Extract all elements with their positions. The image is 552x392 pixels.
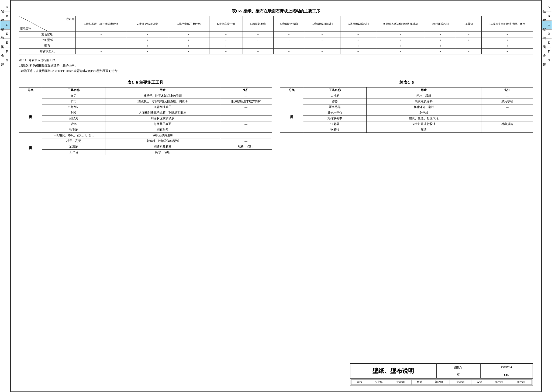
tool-note-r: 禁用铁桶	[481, 99, 533, 104]
table-row: 容器 装胶液及涂料 禁用铁桶	[280, 99, 533, 104]
tool-note: 规格：4英寸	[220, 144, 272, 150]
tool-use-r: 擦胶、压缝、赶压气泡	[366, 116, 481, 121]
notes-section: 注：1.+号表示应进行的工序。 2.基层材料的相接处应贴镶缝条，腻子找平。 3.…	[19, 58, 533, 74]
table-row: 砂纸 打磨基层表面 —	[19, 121, 272, 127]
col-category-r: 分类	[280, 88, 303, 93]
tool-name: 梯子、高凳	[42, 138, 105, 144]
footer-sign-row: 审核 倪良修 钧dc钧 校对 郭晓明 钧dc钧 设计 邱士武 邱才武	[350, 379, 533, 386]
header-diagonal: 工序名称 壁纸名称	[19, 16, 76, 32]
tool-note: —	[220, 116, 272, 121]
table-row: 壁布 +++ ++− −++ +−+	[19, 43, 533, 49]
table-row: 海绵或毛巾 擦胶、压缝、赶压气泡 —	[280, 116, 533, 121]
tool-use-r: 修补缝边、刷胶	[366, 104, 481, 110]
table-row: 刮板 大面积刮涂腻子或胶，刮除墙面旧皮 —	[19, 110, 272, 116]
footer-table: 壁纸、壁布说明 图集号 13J502-1 页 C05 审核 倪良修 钧dc	[350, 363, 533, 386]
tool-use: 嵌补刮批腻子	[105, 104, 220, 110]
tool-use: 清除灰土、铲除铁锈及旧漆膜、调腻子	[105, 99, 220, 104]
header-step6: 6.壁纸浸水湿润	[273, 16, 304, 32]
col-category: 分类	[19, 88, 42, 93]
right-tab-f[interactable]: F金属装饰板	[542, 47, 552, 56]
tool-use-r: 闷水、裁纸	[366, 93, 481, 99]
left-tab-a[interactable]: A轻质隔墙	[0, 3, 10, 12]
footer-atlas-label: 图集号	[436, 363, 480, 371]
right-tab-b[interactable]: B建筑涂料	[542, 12, 552, 21]
tool-note: —	[220, 93, 272, 99]
wallpaper-type-4: 带背胶壁纸	[19, 49, 76, 54]
header-step2: 2.接缝处贴嵌缝膏	[127, 16, 168, 32]
tool-note: —	[220, 127, 272, 133]
tool-use: 裁纸及修剪边缘	[105, 133, 220, 138]
table-row: 刮胶刀 刮涂胶泥或较稠胶 —	[19, 116, 272, 121]
tool-use: 大面积刮涂腻子或胶，刮除墙面旧皮	[105, 110, 220, 116]
footer-section: 壁纸、壁布说明 图集号 13J502-1 页 C05 审核 倪良修 钧dc	[350, 363, 533, 386]
left-tab-c[interactable]: C壁纸壁布装饰贴膜	[0, 21, 10, 30]
group-label-1: 基层处理工具	[19, 93, 42, 133]
header-step5: 5.墙面划准线	[243, 16, 273, 32]
wallpaper-type-2: PVC壁纸	[19, 37, 76, 43]
note-3: 3.裁边工序，在使用宽为920/1000/1100mm等需选对花的PVC壁纸压延…	[19, 68, 533, 74]
footer-sign1: 钧dc钧	[390, 380, 411, 385]
footer-design-person: 邱士武	[488, 380, 510, 385]
col-note: 备注	[220, 88, 272, 93]
tool-note: —	[220, 121, 272, 127]
table-row: 裱糊用工具 大排笔 闷水、裁纸 —	[280, 93, 533, 99]
tool-use: 刷涂料、胶液及裱贴壁纸	[105, 138, 220, 144]
header-step7: 7.壁纸涂刷胶粘剂	[304, 16, 340, 32]
col-tool-name-r: 工具名称	[303, 88, 367, 93]
right-tab-g[interactable]: G建筑装饰玻璃	[542, 56, 552, 65]
note-1: 注：1.+号表示应进行的工序。	[19, 58, 533, 63]
table-row: 复合壁纸 +++ ++− +++ +−+	[19, 32, 533, 37]
right-tab-e[interactable]: E陶瓷墙砖	[542, 38, 552, 47]
tool-name-r: 容器	[303, 99, 367, 104]
right-tab-d[interactable]: D装饰石材	[542, 30, 552, 38]
table-row: 软毛刷 刷石灰浆 —	[19, 127, 272, 133]
table-row: 软胶辊 压缝 —	[280, 127, 533, 133]
group-label-r1: 裱糊用工具	[280, 93, 303, 133]
tool-name-r: 写字毛笔	[303, 104, 367, 110]
main-content: 表C-5 壁纸、壁布在纸面石膏板上裱糊的主要工序	[10, 0, 542, 392]
footer-atlas-number: 13J502-1	[480, 363, 533, 371]
group-label-2: 裱糊用工具	[19, 133, 42, 155]
tool-use-r: 压缝	[366, 127, 481, 133]
table-row: 铲刀 清除灰土、铲除铁锈及旧漆膜、调腻子 旧漆膜应沿木纹方向铲	[19, 99, 272, 104]
wallpaper-type-3: 壁布	[19, 43, 76, 49]
table-row: 裱糊用工具 1m长钢尺、卷尺、裁纸刀、剪刀 裁纸及修剪边缘 —	[19, 133, 272, 138]
right-tab-a[interactable]: A轻质隔墙	[542, 3, 552, 12]
tool-note-r: —	[481, 110, 533, 116]
header-step11: 11.裁边	[456, 16, 481, 32]
tool-name-r: 海绵或毛巾	[303, 116, 367, 121]
left-tab-b[interactable]: B建筑涂料	[0, 12, 10, 21]
left-tab-d[interactable]: D装饰石材	[0, 30, 10, 38]
tool-use: 刮涂胶泥或较稠胶	[105, 116, 220, 121]
tool-name: 油漆刷	[42, 144, 105, 150]
table-c6-right-title: 续表C-6	[280, 80, 533, 85]
header-step4: 4.涂刷底胶一遍	[209, 16, 243, 32]
note-2: 2.基层材料的相接处应贴镶缝条，腻子找平。	[19, 63, 533, 68]
tool-name: 刮板	[42, 110, 105, 116]
tool-use-r: 装胶液及涂料	[366, 99, 481, 104]
tool-note: —	[220, 110, 272, 116]
col-use-r: 用途	[366, 88, 481, 93]
table-row: 梯子、高凳 刷涂料、胶液及裱贴壁纸 —	[19, 138, 272, 144]
tool-use: 刷涂料及胶液	[105, 144, 220, 150]
table-c6-right-wrap: 续表C-6 分类 工具名称 用途 备注 裱糊用工具 大排笔	[280, 77, 533, 155]
right-tab-c[interactable]: C壁纸壁布装饰贴膜	[542, 21, 552, 30]
table-row: 基层处理工具 嵌刀 补腻子、削平木制品上的毛刺 —	[19, 93, 272, 99]
footer-page-number: C05	[480, 371, 533, 378]
tool-name-r: 激光水平仪	[303, 110, 367, 116]
footer-page-label: 页	[436, 371, 480, 378]
col-note-r: 备注	[481, 88, 533, 93]
tool-name-r: 注射器	[303, 121, 367, 127]
tool-note-r: 补救措施	[481, 121, 533, 127]
left-tab-e[interactable]: E陶瓷墙砖	[0, 38, 10, 47]
tool-note: —	[220, 138, 272, 144]
table-row: 写字毛笔 修补缝边、刷胶 —	[280, 104, 533, 110]
left-tab-f[interactable]: F金属装饰板	[0, 47, 10, 56]
tool-use-r: 向空鼓处注射胶液	[366, 121, 481, 127]
footer-sign3: 邱才武	[510, 380, 532, 385]
header-step3: 3.找平刮腻子磨砂纸	[168, 16, 209, 32]
tool-note: —	[220, 133, 272, 138]
tool-note-r: —	[481, 127, 533, 133]
tool-use: 补腻子、削平木制品上的毛刺	[105, 93, 220, 99]
left-tab-g[interactable]: G建筑装饰玻璃	[0, 56, 10, 65]
